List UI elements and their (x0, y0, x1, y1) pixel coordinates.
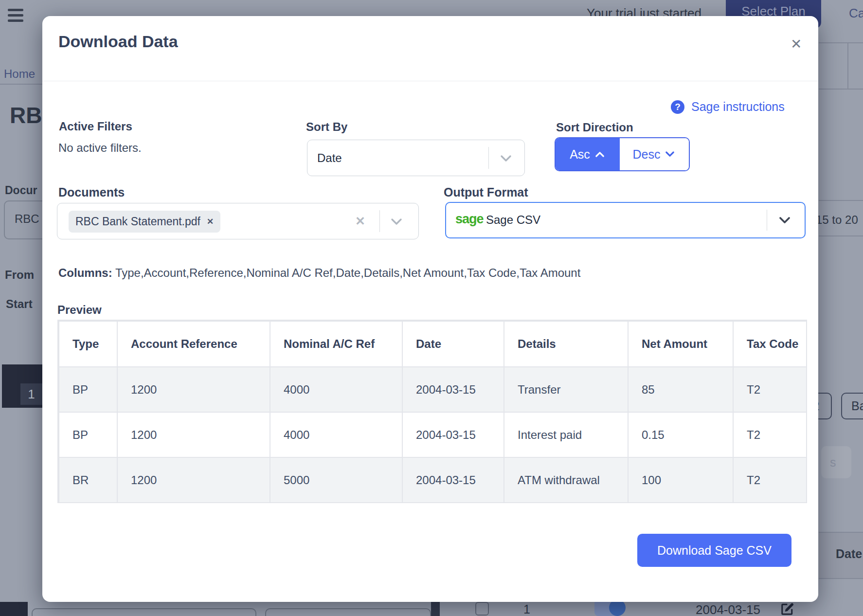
columns-summary: Columns: Type,Account,Reference,Nominal … (58, 266, 580, 280)
column-header: Net Amount (628, 321, 733, 367)
chevron-down-icon (389, 217, 404, 227)
download-data-modal: Download Data ✕ ? Sage instructions Acti… (42, 16, 818, 602)
bg-document-select-value: RBC (15, 212, 39, 226)
download-sage-csv-button[interactable]: Download Sage CSV (637, 534, 791, 567)
bg-disabled-chip: s (821, 446, 851, 478)
bg-bottom-button (265, 608, 431, 616)
bg-start-label: Start (6, 297, 33, 311)
table-cell: ATM withdrawal (504, 457, 628, 503)
close-icon[interactable]: ✕ (791, 37, 802, 51)
documents-label: Documents (58, 185, 125, 199)
sort-desc-label: Desc (633, 147, 661, 162)
active-filters-label: Active Filters (59, 120, 132, 133)
column-header: Details (504, 321, 628, 367)
table-cell: 2004-03-15 (402, 412, 504, 457)
preview-table: TypeAccount ReferenceNominal A/C RefDate… (58, 321, 807, 503)
edit-icon[interactable] (780, 601, 795, 616)
table-cell: T2 (733, 457, 807, 503)
sort-asc-label: Asc (570, 147, 590, 162)
table-row: BP120040002004-03-15Transfer85T2 (59, 367, 807, 412)
sort-by-label: Sort By (306, 120, 347, 134)
chevron-down-icon (499, 154, 513, 163)
table-cell: T2 (733, 412, 807, 457)
page-thumbnail-2 (0, 602, 28, 616)
bg-line (819, 532, 863, 533)
column-header: Nominal A/C Ref (270, 321, 402, 367)
screen: Your trial just started Select Plan Ca H… (0, 0, 863, 616)
output-format-select[interactable]: sage Sage CSV (445, 202, 806, 238)
table-cell: 4000 (270, 412, 402, 457)
columns-value: Type,Account,Reference,Nominal A/C Ref,D… (115, 266, 580, 279)
clear-selection-icon[interactable]: ✕ (355, 214, 365, 228)
modal-title: Download Data (58, 32, 178, 51)
column-header: Date (402, 321, 504, 367)
sage-instructions-label: Sage instructions (691, 100, 785, 114)
preview-label: Preview (57, 303, 102, 317)
preview-table-container: TypeAccount ReferenceNominal A/C RefDate… (57, 320, 807, 503)
bg-documents-label: Docur (5, 184, 37, 197)
sort-direction-label: Sort Direction (556, 121, 633, 134)
table-cell: Interest paid (504, 412, 628, 457)
table-row: BR120050002004-03-15ATM withdrawal100T2 (59, 457, 807, 503)
table-cell: 1200 (117, 412, 270, 457)
table-cell: T2 (733, 367, 807, 412)
menu-icon[interactable] (8, 9, 23, 22)
table-cell: BR (59, 457, 117, 503)
page-thumbnail-number: 1 (20, 383, 42, 405)
bg-row-checkbox[interactable] (475, 602, 489, 616)
bg-status-dot[interactable] (609, 599, 626, 616)
chevron-up-icon (594, 150, 606, 158)
bg-line (819, 200, 863, 201)
sage-logo: sage (455, 212, 484, 227)
bg-row-date: 2004-03-15 (696, 602, 760, 616)
column-header: Type (59, 321, 117, 367)
bg-line (819, 89, 863, 90)
table-cell: BP (59, 412, 117, 457)
output-format-label: Output Format (444, 185, 528, 199)
table-cell: 2004-03-15 (402, 367, 504, 412)
active-filters-empty: No active filters. (58, 141, 142, 155)
sort-direction-toggle: Asc Desc (555, 137, 690, 171)
table-cell: BP (59, 367, 117, 412)
sort-by-select[interactable]: Date (307, 140, 525, 176)
bg-bottom-button (32, 608, 256, 616)
remove-tag-icon[interactable]: ✕ (207, 217, 214, 227)
bg-range-text: 15 to 20 (816, 213, 858, 227)
table-cell: 1200 (117, 367, 270, 412)
chevron-down-icon (777, 216, 792, 225)
column-header: Tax Code (733, 321, 807, 367)
bg-line (819, 236, 863, 236)
table-cell: 2004-03-15 (402, 457, 504, 503)
bg-row-number: 1 (523, 602, 530, 616)
nav-right-link[interactable]: Ca (849, 6, 863, 21)
column-header: Account Reference (117, 321, 270, 367)
table-cell: 5000 (270, 457, 402, 503)
output-format-value: Sage CSV (486, 213, 540, 227)
bg-line (819, 578, 863, 579)
sort-asc-button[interactable]: Asc (556, 138, 620, 170)
bg-page-title: RB (10, 102, 42, 128)
bg-line (819, 42, 863, 43)
bg-date-column-header: Date (836, 547, 862, 561)
sage-instructions-link[interactable]: ? Sage instructions (671, 100, 785, 114)
documents-multiselect[interactable]: RBC Bank Statement.pdf ✕ ✕ (57, 203, 419, 239)
table-cell: 85 (628, 367, 733, 412)
sort-desc-button[interactable]: Desc (620, 138, 689, 170)
help-icon: ? (671, 100, 684, 114)
bg-divider (0, 84, 42, 85)
document-tag: RBC Bank Statement.pdf ✕ (69, 211, 220, 233)
sort-by-value: Date (317, 151, 342, 165)
table-cell: 0.15 (628, 412, 733, 457)
bg-line (847, 42, 848, 89)
bg-page-ba-button[interactable]: Ba (841, 393, 863, 419)
columns-label: Columns: (58, 266, 112, 279)
modal-header-divider (42, 81, 818, 81)
document-tag-label: RBC Bank Statement.pdf (75, 215, 200, 228)
table-cell: 1200 (117, 457, 270, 503)
page-thumbnail[interactable]: 1 (2, 364, 42, 408)
breadcrumb-home-link[interactable]: Home (4, 67, 35, 81)
table-cell: 4000 (270, 367, 402, 412)
bg-from-label: From (5, 268, 34, 282)
table-cell: Transfer (504, 367, 628, 412)
table-row: BP120040002004-03-15Interest paid0.15T2 (59, 412, 807, 457)
